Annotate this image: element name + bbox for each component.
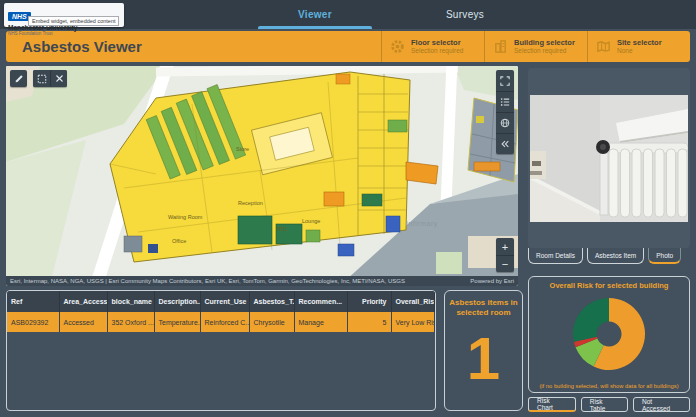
- asbestos-item-photo[interactable]: [530, 95, 688, 222]
- attribution-text: Esri, Intermap, NASA, NGA, USGS | Esri C…: [10, 276, 470, 286]
- risk-table-button[interactable]: Risk Table: [581, 397, 628, 412]
- tab-surveys-label: Surveys: [446, 9, 484, 20]
- risk-chart-button[interactable]: Risk Chart: [528, 397, 576, 412]
- map-select-tools: [33, 70, 67, 87]
- cell-overall-risk: Very Low Risk: [391, 312, 435, 332]
- map-zoom-control: + −: [496, 238, 514, 272]
- pencil-icon: [14, 74, 24, 84]
- risk-table-button-label: Risk Table: [590, 398, 619, 412]
- risk-donut-chart[interactable]: [567, 292, 651, 376]
- tab-asbestos-item[interactable]: Asbestos Item: [587, 248, 644, 264]
- site-selector-icon: [596, 39, 611, 54]
- cell-block-name: 352 Oxford ...: [107, 312, 154, 332]
- collapse-chevrons-icon: [500, 139, 510, 149]
- radiator-photo-graphic: [530, 95, 688, 222]
- risk-chart-title: Overall Risk for selected building: [529, 281, 689, 290]
- tab-photo[interactable]: Photo: [648, 248, 681, 264]
- asbestos-table: Ref Area_Access block_name Description..…: [7, 291, 435, 332]
- risk-chart-button-label: Risk Chart: [537, 397, 567, 411]
- col-description[interactable]: Description...: [154, 291, 200, 312]
- cell-asbestos-type: Chrysotile: [249, 312, 294, 332]
- expand-icon: [500, 76, 510, 86]
- cell-current-use: Reinforced C...: [200, 312, 249, 332]
- powered-by-esri: Powered by Esri: [470, 276, 514, 286]
- map-attribution-bar: Esri, Intermap, NASA, NGA, USGS | Esri C…: [6, 276, 518, 286]
- basemap-globe-icon: [500, 118, 510, 128]
- risk-chart-note: (if no building selected, will show data…: [529, 383, 689, 389]
- cell-priority: 5: [347, 312, 391, 332]
- tab-room-details[interactable]: Room Details: [528, 248, 583, 264]
- map-side-toolbar: [496, 70, 514, 154]
- site-selector[interactable]: Site selector None: [587, 31, 690, 62]
- top-tab-strip: Viewer Surveys: [240, 0, 540, 29]
- floor-selector[interactable]: Floor selector Selection required: [381, 31, 484, 62]
- embed-tooltip: Embed widget, embedded content: [28, 16, 119, 26]
- tab-asbestos-item-label: Asbestos Item: [595, 252, 636, 259]
- tab-viewer[interactable]: Viewer: [240, 0, 390, 29]
- clear-selection-button[interactable]: [50, 70, 67, 87]
- col-block-name[interactable]: block_name: [107, 291, 154, 312]
- floor-selector-icon: [390, 39, 405, 54]
- asbestos-count-value: 1: [445, 318, 522, 400]
- select-rectangle-icon: [37, 74, 47, 84]
- zoom-in-button[interactable]: +: [496, 238, 514, 255]
- col-asbestos-type[interactable]: Asbestos_T...: [249, 291, 294, 312]
- col-ref[interactable]: Ref: [7, 291, 59, 312]
- col-area-access[interactable]: Area_Access: [59, 291, 107, 312]
- risk-donut-segment[interactable]: [573, 298, 609, 342]
- photo-panel: [528, 68, 690, 248]
- legend-icon: [500, 97, 510, 107]
- tab-viewer-label: Viewer: [298, 9, 332, 20]
- overall-risk-panel: Overall Risk for selected building (if n…: [528, 276, 690, 393]
- col-current-use[interactable]: Current_Use: [200, 291, 249, 312]
- not-accessed-button[interactable]: Not Accessed: [633, 397, 690, 412]
- page-title: Asbestos Viewer: [6, 38, 381, 55]
- floor-selector-label: Floor selector: [411, 38, 463, 47]
- cell-ref: ASB029392: [7, 312, 59, 332]
- basemap-button[interactable]: [496, 112, 514, 133]
- table-header-row: Ref Area_Access block_name Description..…: [7, 291, 435, 312]
- cell-area-access: Accessed: [59, 312, 107, 332]
- col-priority[interactable]: Priority: [347, 291, 391, 312]
- legend-button[interactable]: [496, 91, 514, 112]
- photo-panel-tabs: Room Details Asbestos Item Photo: [528, 248, 690, 266]
- expand-button[interactable]: [496, 70, 514, 91]
- site-selector-status: None: [617, 47, 662, 55]
- tab-room-details-label: Room Details: [536, 252, 575, 259]
- building-selector-label: Building selector: [514, 38, 575, 47]
- building-selector[interactable]: Building selector Selection required: [484, 31, 587, 62]
- cell-description: Temperature...: [154, 312, 200, 332]
- building-selector-icon: [493, 39, 508, 54]
- cell-recommendation: Manage: [294, 312, 347, 332]
- tab-surveys[interactable]: Surveys: [390, 0, 540, 29]
- not-accessed-button-label: Not Accessed: [642, 398, 681, 412]
- map-viewport[interactable]: Store Waiting Room Reception TBC Lounge …: [6, 66, 518, 286]
- building-selector-status: Selection required: [514, 47, 575, 55]
- sketch-tool-button[interactable]: [10, 70, 27, 87]
- zoom-out-button[interactable]: −: [496, 255, 514, 272]
- select-rectangle-button[interactable]: [33, 70, 50, 87]
- asbestos-table-panel: Ref Area_Access block_name Description..…: [6, 290, 436, 411]
- asbestos-viewer-app: Viewer Surveys NHS Manchester University…: [0, 0, 696, 417]
- collapse-button[interactable]: [496, 133, 514, 154]
- close-icon: [55, 74, 64, 83]
- col-overall-risk[interactable]: Overall_Risk: [391, 291, 435, 312]
- table-row[interactable]: ASB029392 Accessed 352 Oxford ... Temper…: [7, 312, 435, 332]
- risk-panel-buttons: Risk Chart Risk Table Not Accessed: [528, 397, 690, 414]
- site-selector-label: Site selector: [617, 38, 662, 47]
- col-recommendation[interactable]: Recommen...: [294, 291, 347, 312]
- asbestos-count-title: Asbestos items in selected room: [445, 298, 522, 318]
- tab-photo-label: Photo: [656, 252, 673, 259]
- org-subtitle: NHS Foundation Trust: [8, 31, 120, 36]
- floor-selector-status: Selection required: [411, 47, 463, 55]
- map-basemap: [6, 66, 518, 276]
- asbestos-count-panel: Asbestos items in selected room 1: [444, 290, 523, 411]
